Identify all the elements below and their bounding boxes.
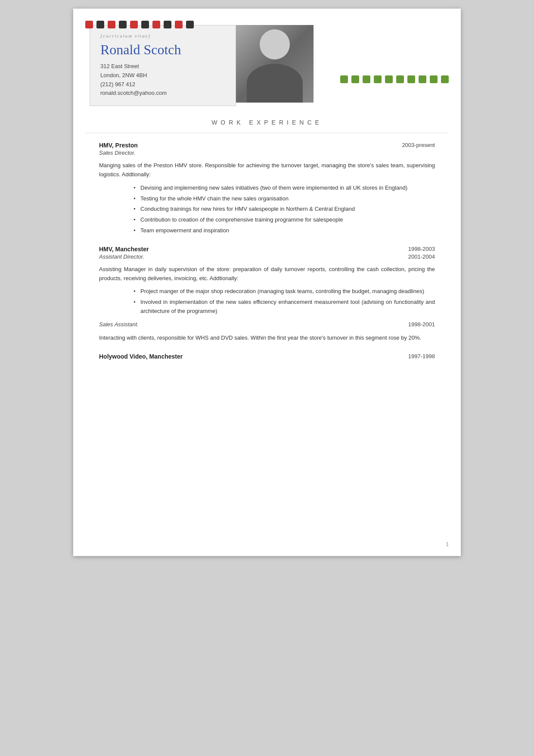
job2-role-row: Assistant Director. 2001-2004 [99, 253, 435, 265]
phone: (212) 967 412 [100, 80, 225, 89]
bullet-item: Team empowerment and inspiration [134, 226, 435, 235]
cv-name: Ronald Scotch [100, 42, 225, 58]
header-info-box: [curriculum vitae] Ronald Scotch 312 Eas… [90, 25, 236, 106]
job2-dates: 1998-2003 [408, 246, 435, 252]
dot-8 [164, 21, 171, 28]
address-line1: 312 East Street [100, 62, 225, 71]
rdot-7 [407, 75, 415, 83]
job2-subrole-title: Sales Assistant. [99, 321, 139, 328]
job2-bullets: Project manger of the major shop redecor… [99, 287, 435, 316]
rdot-1 [340, 75, 348, 83]
content-area: HMV, Preston 2003-present Sales Director… [73, 142, 461, 359]
dot-1 [85, 21, 93, 28]
rdot-10 [441, 75, 449, 83]
rdot-4 [374, 75, 382, 83]
rdot-6 [396, 75, 404, 83]
dot-4 [119, 21, 127, 28]
job2-role-dates: 2001-2004 [408, 253, 435, 265]
page-number: 1 [446, 541, 449, 547]
rdot-8 [419, 75, 426, 83]
job3-company: Holywood Video, Manchester [99, 353, 183, 360]
dot-6 [141, 21, 149, 28]
work-experience-title: WORK EXPERIENCE [85, 115, 449, 133]
dot-7 [152, 21, 160, 28]
dot-3 [108, 21, 115, 28]
job1-bullets: Devising and implementing new sales init… [99, 184, 435, 235]
rdot-3 [363, 75, 370, 83]
bullet-item: Conducting trainings for new hires for H… [134, 205, 435, 214]
resume-page: [curriculum vitae] Ronald Scotch 312 Eas… [73, 9, 461, 556]
job1-company: HMV, Preston [99, 142, 138, 149]
job-holywood-video: Holywood Video, Manchester 1997-1998 [99, 353, 435, 360]
address-line2: London, 2NW 4BH [100, 71, 225, 80]
cv-label: [curriculum vitae] [100, 33, 225, 38]
job3-dates: 1997-1998 [408, 353, 435, 359]
bullet-item: Involved in implementation of the new sa… [134, 298, 435, 316]
rdot-2 [351, 75, 359, 83]
right-dots-row [340, 75, 449, 83]
job1-description: Manging sales of the Preston HMV store. … [99, 161, 435, 179]
job1-header: HMV, Preston 2003-present [99, 142, 435, 149]
photo-placeholder [236, 25, 314, 103]
job3-header: Holywood Video, Manchester 1997-1998 [99, 353, 435, 360]
bullet-item: Project manger of the major shop redecor… [134, 287, 435, 296]
job2-company: HMV, Manchester [99, 246, 149, 253]
profile-photo [236, 25, 314, 103]
dot-2 [96, 21, 104, 28]
rdot-5 [385, 75, 393, 83]
job-hmv-manchester: HMV, Manchester 1998-2003 Assistant Dire… [99, 246, 435, 343]
bullet-item: Devising and implementing new sales init… [134, 184, 435, 193]
job2-header: HMV, Manchester 1998-2003 [99, 246, 435, 253]
dot-5 [130, 21, 138, 28]
email: ronald.scotch@yahoo.com [100, 89, 225, 98]
top-dots-row [73, 9, 194, 28]
cv-contact: 312 East Street London, 2NW 4BH (212) 96… [100, 62, 225, 98]
dot-9 [175, 21, 183, 28]
rdot-9 [430, 75, 438, 83]
job2-title: Assistant Director. [99, 253, 144, 260]
job2-subrole-description: Interacting with clients, responsible fo… [99, 334, 435, 343]
job2-subrole-header: Sales Assistant. 1998-2001 [99, 321, 435, 333]
job1-dates: 2003-present [402, 142, 435, 148]
bullet-item: Contribution to creation of the comprehe… [134, 216, 435, 225]
bullet-item: Testing for the whole HMV chain the new … [134, 194, 435, 203]
job2-subrole-dates: 1998-2001 [408, 321, 435, 328]
job2-description: Assisting Manager in daily supervision o… [99, 265, 435, 283]
job-hmv-preston: HMV, Preston 2003-present Sales Director… [99, 142, 435, 235]
dot-10 [186, 21, 194, 28]
job1-title: Sales Director. [99, 150, 435, 156]
